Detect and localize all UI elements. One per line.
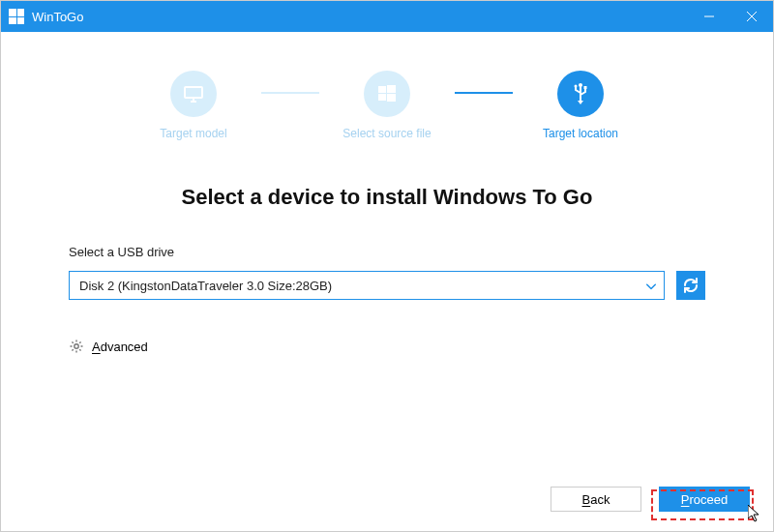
step-label: Target location	[543, 127, 618, 140]
svg-rect-3	[185, 87, 202, 98]
content-area: Target model Select source file Target l…	[1, 32, 773, 354]
stepper: Target model Select source file Target l…	[59, 71, 715, 140]
step-target-location: Target location	[513, 71, 648, 140]
close-button[interactable]	[730, 1, 773, 32]
close-icon	[746, 11, 758, 22]
step-target-model: Target model	[126, 71, 261, 140]
svg-rect-13	[584, 86, 587, 89]
app-title: WinToGo	[32, 10, 83, 24]
advanced-label: Advanced	[92, 340, 148, 354]
usb-icon	[557, 71, 604, 117]
cursor-icon	[748, 505, 763, 524]
usb-drive-label: Select a USB drive	[69, 245, 705, 259]
chevron-down-icon	[646, 279, 656, 293]
refresh-button[interactable]	[676, 271, 705, 300]
minimize-button[interactable]	[688, 1, 730, 32]
step-label: Target model	[160, 127, 226, 140]
app-logo-icon	[9, 9, 24, 24]
windows-icon	[364, 71, 410, 117]
svg-rect-6	[378, 86, 386, 93]
monitor-icon	[170, 71, 217, 117]
page-heading: Select a device to install Windows To Go	[59, 185, 715, 210]
step-connector	[455, 92, 513, 94]
svg-rect-7	[387, 85, 396, 93]
svg-rect-8	[378, 94, 386, 101]
step-label: Select source file	[342, 127, 431, 140]
back-button[interactable]: Back	[551, 487, 641, 512]
svg-point-14	[74, 344, 78, 348]
step-connector	[261, 92, 319, 94]
svg-rect-9	[387, 94, 396, 102]
step-select-source: Select source file	[319, 71, 455, 140]
proceed-button[interactable]: Proceed	[659, 487, 750, 512]
usb-drive-selected-value: Disk 2 (KingstonDataTraveler 3.0 Size:28…	[79, 279, 332, 293]
minimize-icon	[703, 11, 715, 22]
usb-drive-select[interactable]: Disk 2 (KingstonDataTraveler 3.0 Size:28…	[69, 271, 665, 300]
refresh-icon	[682, 277, 700, 294]
gear-icon	[69, 339, 84, 354]
footer-actions: Back Proceed	[551, 487, 750, 512]
svg-point-12	[575, 85, 578, 88]
titlebar: WinToGo	[1, 1, 773, 32]
advanced-link[interactable]: Advanced	[69, 339, 705, 354]
